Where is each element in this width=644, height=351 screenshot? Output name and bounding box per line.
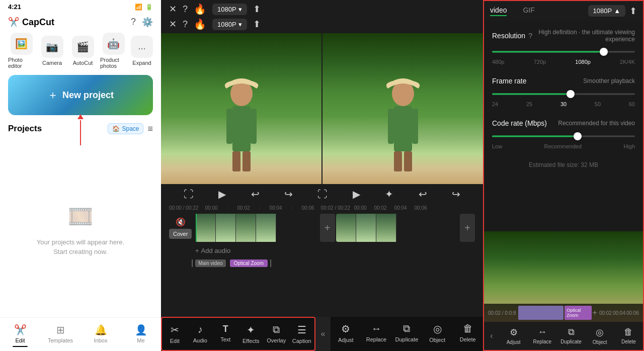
right-top-right: 1080P ▲ ⬆ — [588, 5, 637, 17]
undo-button[interactable]: ↩ — [251, 188, 260, 200]
nav-me[interactable]: 👤 Me — [121, 322, 161, 349]
tool-audio[interactable]: ♪ Audio — [188, 321, 213, 347]
framerate-slider[interactable] — [492, 89, 635, 99]
camera-action[interactable]: 📷 Camera — [39, 36, 65, 66]
upload-icon-2[interactable]: ⬆ — [253, 19, 261, 30]
film-icon: 🎞️ — [68, 201, 93, 231]
optical-zoom-badge: Optical Zoom — [230, 259, 268, 267]
tool-replace[interactable]: ↔ Replace — [361, 320, 392, 348]
tab-video[interactable]: video — [490, 6, 507, 16]
tab-gif[interactable]: GIF — [523, 6, 534, 16]
add-audio-button[interactable]: + Add audio — [191, 245, 234, 256]
edit-tool-label: Edit — [170, 338, 180, 344]
right-add-icon[interactable]: + — [593, 306, 597, 320]
photo-editor-action[interactable]: 🖼️ Photo editor — [8, 33, 35, 69]
expand-action[interactable]: … Expand — [131, 36, 153, 66]
clip-2[interactable] — [336, 214, 459, 242]
framerate-label-row: Frame rate Smoother playback — [492, 77, 635, 85]
play-button-2[interactable]: ▶ — [353, 188, 360, 200]
undo-button-2[interactable]: ↩ — [419, 188, 427, 200]
right-nav-left[interactable]: ‹ — [484, 325, 499, 347]
empty-message: Your projects will appear here.Start cre… — [37, 237, 124, 257]
autocut-action[interactable]: 🎬 AutoCut — [69, 36, 96, 66]
rate-recommended: Recommended — [544, 143, 582, 149]
overlay-tool-label: Overlay — [267, 337, 286, 343]
product-photos-action[interactable]: 🤖 Product photos — [100, 33, 127, 69]
tool-caption[interactable]: ☰ Caption — [289, 321, 315, 347]
edit-tool-icon: ✂ — [171, 324, 179, 336]
rate-low: Low — [492, 143, 502, 149]
close-icon-2[interactable]: ✕ — [169, 19, 177, 30]
fps-50: 50 — [595, 101, 601, 107]
sort-icon[interactable]: ≡ — [147, 124, 153, 134]
tool-duplicate[interactable]: ⧉ Duplicate — [391, 320, 422, 348]
right-top-bar: video GIF 1080P ▲ ⬆ — [484, 1, 643, 21]
resolution-selector[interactable]: 1080P ▾ — [212, 4, 247, 15]
resolution-thumb[interactable] — [600, 48, 608, 56]
right-object-label: Object — [593, 339, 607, 345]
product-photos-label: Product photos — [100, 57, 127, 69]
bottom-toolbar: ✂ Edit ♪ Audio T Text ✦ Effects ⧉ Overla… — [161, 317, 315, 351]
photo-editor-label: Photo editor — [8, 57, 35, 69]
settings-icon[interactable]: ⚙️ — [142, 17, 153, 28]
right-bottom-tools: ‹ ⚙ Adjust ↔ Replace ⧉ Duplicate ◎ Objec… — [484, 322, 643, 350]
tool-effects[interactable]: ✦ Effects — [238, 321, 264, 347]
upload-icon[interactable]: ⬆ — [253, 4, 261, 15]
add-clip-button-1[interactable]: + — [320, 214, 335, 242]
right-tool-delete[interactable]: 🗑 Delete — [614, 325, 643, 347]
fire-icon-2[interactable]: 🔥 — [194, 18, 206, 30]
right-tool-duplicate[interactable]: ⧉ Duplicate — [556, 325, 585, 347]
arrow-line — [80, 120, 81, 145]
nav-templates[interactable]: ⊞ Templates — [40, 322, 80, 349]
time-display: 4:21 — [8, 3, 21, 11]
tool-object[interactable]: ◎ Object — [422, 320, 453, 348]
framerate-name: Frame rate — [492, 77, 526, 85]
tool-overlay[interactable]: ⧉ Overlay — [264, 321, 289, 347]
clip-1[interactable] — [196, 214, 318, 242]
timecode-current: 00:00 / 00:22 — [169, 205, 199, 211]
ruler-00: 00:00 — [199, 205, 223, 211]
fire-icon[interactable]: 🔥 — [194, 3, 206, 15]
right-resolution-selector[interactable]: 1080P ▲ — [588, 5, 625, 17]
nav-inbox[interactable]: 🔔 Inbox — [80, 322, 121, 349]
cover-button[interactable]: Cover — [169, 229, 192, 239]
play-button[interactable]: ▶ — [218, 188, 226, 200]
fullscreen-button-2[interactable]: ⛶ — [317, 189, 328, 200]
tool-text[interactable]: T Text — [213, 321, 238, 347]
help-icon[interactable]: ? — [131, 17, 136, 28]
header-actions: ? ⚙️ — [131, 17, 153, 28]
space-badge[interactable]: 🏠 Space — [108, 123, 143, 134]
resolution-slider[interactable] — [492, 47, 635, 57]
resolution-info-icon[interactable]: ? — [528, 32, 532, 40]
add-clip-button-2[interactable]: + — [460, 214, 475, 242]
nav-edit[interactable]: ✂️ Edit — [0, 322, 40, 349]
right-replace-label: Replace — [533, 339, 551, 344]
right-timecode: 00:02 / 0:0:8 — [488, 310, 516, 316]
magic-icon[interactable]: ✦ — [385, 188, 393, 200]
framerate-labels: 24 25 30 50 60 — [492, 101, 635, 107]
res-1080p: 1080p — [575, 59, 591, 65]
text-tool-label: Text — [220, 336, 230, 342]
tool-edit[interactable]: ✂ Edit — [162, 321, 188, 347]
collapse-button[interactable]: « — [315, 317, 331, 351]
tool-adjust[interactable]: ⚙ Adjust — [331, 320, 361, 348]
coderate-slider[interactable] — [492, 131, 635, 141]
ruler-02: 00:02 — [231, 205, 256, 211]
mute-button[interactable]: 🔇 — [176, 217, 186, 227]
effects-tool-icon: ✦ — [247, 324, 255, 336]
close-icon[interactable]: ✕ — [169, 4, 177, 15]
scissors-icon: ✂️ — [8, 17, 19, 28]
right-tool-object[interactable]: ◎ Object — [586, 325, 614, 347]
fullscreen-icon[interactable]: ⛶ — [184, 189, 194, 200]
redo-button-2[interactable]: ↪ — [452, 188, 460, 200]
tool-delete[interactable]: 🗑 Delete — [452, 320, 483, 348]
right-tool-replace[interactable]: ↔ Replace — [528, 325, 556, 347]
file-size-estimate: Estimated file size: 32 MB — [492, 161, 635, 168]
right-export-icon[interactable]: ⬆ — [629, 6, 637, 17]
right-tool-adjust[interactable]: ⚙ Adjust — [499, 325, 528, 347]
framerate-thumb[interactable] — [567, 90, 575, 98]
new-project-button[interactable]: ＋ New project — [8, 75, 153, 115]
coderate-thumb[interactable] — [574, 132, 582, 140]
redo-button[interactable]: ↪ — [284, 188, 293, 200]
resolution-selector-2[interactable]: 1080P ▾ — [212, 19, 247, 30]
